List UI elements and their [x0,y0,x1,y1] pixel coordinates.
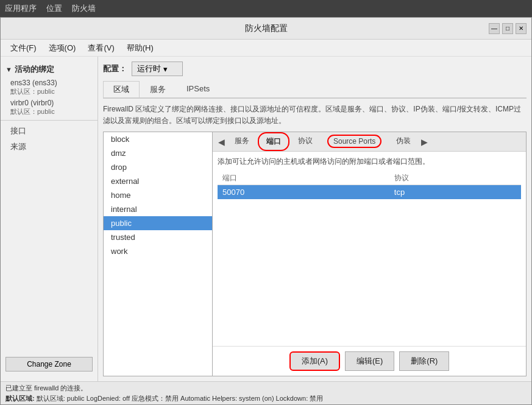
main-window: 防火墙配置 — □ ✕ 文件(F) 选项(O) 查看(V) 帮助(H) ▼ 活动… [0,17,532,405]
tab-zones[interactable]: 区域 [103,81,140,97]
minimize-button[interactable]: — [489,23,500,34]
dropdown-arrow-icon: ▾ [163,65,168,74]
connection-ens33[interactable]: ens33 (ens33) 默认区：public [1,77,98,97]
zone-trusted[interactable]: trusted [104,230,212,244]
zone-work[interactable]: work [104,244,212,258]
sidebar-source[interactable]: 来源 [1,139,98,155]
system-bar-location[interactable]: 位置 [46,3,62,14]
zone-panel-tabs: ◀ 服务 端口 协议 Source Ports 伪装 ▶ [213,132,526,152]
status-line-1: 已建立至 firewalld 的连接。 [5,383,527,393]
sidebar-interface[interactable]: 接口 [1,123,98,139]
system-bar: 应用程序 位置 防火墙 [0,0,532,17]
config-row: 配置： 运行时 ▾ [103,62,527,76]
change-zone-button[interactable]: Change Zone [5,357,93,372]
status-bar: 已建立至 firewalld 的连接。 默认区域: 默认区域: public L… [1,381,531,404]
port-description: 添加可让允许访问的主机或者网络访问的附加端口或者端口范围。 [218,157,521,167]
tab-scroll-right-icon[interactable]: ▶ [418,137,430,147]
tab-ipsets[interactable]: IPSets [176,81,220,97]
zone-panel: ◀ 服务 端口 协议 Source Ports 伪装 ▶ 添加可让允许访问的主机… [213,132,527,376]
main-tabs: 区域 服务 IPSets [103,81,527,99]
sidebar: ▼ 活动的绑定 ens33 (ens33) 默认区：public virbr0 … [1,57,98,381]
active-binding-header: ▼ 活动的绑定 [1,62,98,77]
main-panel: 配置： 运行时 ▾ 区域 服务 IPSets FirewallD 区域定义了绑定… [98,57,531,381]
col-protocol: 协议 [389,172,521,185]
system-bar-firewall[interactable]: 防火墙 [72,3,96,14]
zone-drop[interactable]: drop [104,160,212,174]
status-line-2: 默认区域: 默认区域: public LogDenied: off 应急模式：禁… [5,393,527,404]
sidebar-divider [1,120,98,121]
close-button[interactable]: ✕ [516,23,527,34]
menu-options[interactable]: 选项(O) [44,41,81,55]
col-port: 端口 [218,172,389,185]
menu-bar: 文件(F) 选项(O) 查看(V) 帮助(H) [1,40,531,57]
zone-panel-buttons: 添加(A) 编辑(E) 删除(R) [213,346,526,376]
collapse-arrow-icon[interactable]: ▼ [5,66,12,73]
zone-layout: block dmz drop external home internal pu… [103,132,527,376]
menu-help[interactable]: 帮助(H) [122,41,158,55]
protocol-value: tcp [389,185,521,200]
config-dropdown[interactable]: 运行时 ▾ [132,62,183,76]
zone-internal[interactable]: internal [104,202,212,216]
config-value: 运行时 [137,63,161,74]
zone-list: block dmz drop external home internal pu… [103,132,213,376]
zone-home[interactable]: home [104,188,212,202]
status-details: 默认区域: public LogDenied: off 应急模式：禁用 Auto… [37,395,324,402]
zone-tab-services[interactable]: 服务 [227,132,257,151]
zone-panel-content: 添加可让允许访问的主机或者网络访问的附加端口或者端口范围。 端口 协议 5 [213,152,526,346]
zone-tab-protocol[interactable]: 协议 [291,132,320,151]
active-binding-label: 活动的绑定 [15,64,54,75]
delete-button[interactable]: 删除(R) [399,351,449,371]
zone-tab-masquerade[interactable]: 伪装 [389,132,418,151]
config-label: 配置： [103,63,127,74]
zone-description: FirewallD 区域定义了绑定的网络连接、接口以及源地址的可信程度。区域是服… [103,104,527,127]
content-area: ▼ 活动的绑定 ens33 (ens33) 默认区：public virbr0 … [1,57,531,381]
tab-scroll-left-icon[interactable]: ◀ [215,137,227,147]
zone-public[interactable]: public [104,216,212,230]
menu-view[interactable]: 查看(V) [83,41,119,55]
port-table: 端口 协议 50070 tcp [218,172,521,199]
edit-button[interactable]: 编辑(E) [345,351,394,371]
zone-external[interactable]: external [104,174,212,188]
title-bar: 防火墙配置 — □ ✕ [1,18,531,40]
zone-dmz[interactable]: dmz [104,146,212,160]
zone-tab-source-ports[interactable]: Source Ports [320,132,389,151]
zone-tab-ports[interactable]: 端口 [258,132,289,151]
menu-file[interactable]: 文件(F) [5,41,41,55]
port-value: 50070 [218,185,389,200]
source-ports-label: Source Ports [327,135,381,148]
connection-virbr0[interactable]: virbr0 (virbr0) 默认区：public [1,97,98,118]
window-title: 防火墙配置 [245,23,288,34]
add-button[interactable]: 添加(A) [289,351,340,371]
title-bar-controls: — □ ✕ [489,23,527,34]
maximize-button[interactable]: □ [502,23,513,34]
sidebar-bottom: Change Zone [1,352,98,376]
zone-block[interactable]: block [104,132,212,146]
tab-services[interactable]: 服务 [140,81,176,97]
system-bar-apps[interactable]: 应用程序 [5,3,37,14]
port-row-50070[interactable]: 50070 tcp [218,185,521,200]
